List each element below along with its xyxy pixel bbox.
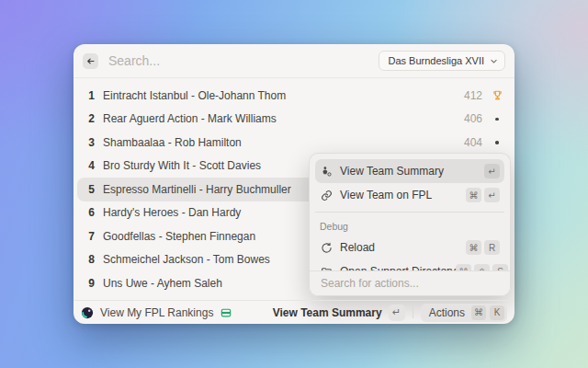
key-s: S [492, 264, 508, 270]
points: 412 [464, 89, 482, 102]
rank: 5 [85, 183, 95, 196]
actions-panel: View Team Summary ↵ View Team on FPL ⌘ ↵ [309, 153, 511, 296]
points: 406 [464, 112, 482, 125]
team-name: Rear Aguerd Action - Mark Williams [103, 112, 277, 125]
actions-panel-list: View Team Summary ↵ View Team on FPL ⌘ ↵ [310, 154, 510, 270]
league-dropdown[interactable]: Das Burndesliga XVII [379, 51, 505, 71]
search-input[interactable] [107, 52, 379, 69]
extension-icon [81, 306, 94, 319]
dot-icon [491, 118, 503, 121]
rank: 1 [85, 89, 95, 102]
actions-button-label: Actions [429, 306, 465, 319]
team-name: Uns Uwe - Ayhem Saleh [103, 277, 222, 290]
action-label: View Team Summary [340, 165, 484, 178]
key-return: ↵ [389, 305, 405, 321]
action-open-support-directory[interactable]: Open Support Directory ⌘ ⇧ S [315, 259, 504, 270]
action-view-team-on-fpl[interactable]: View Team on FPL ⌘ ↵ [315, 183, 504, 207]
desktop-background: Das Burndesliga XVII 1 Eintracht Istanbu… [0, 0, 588, 368]
key-r: R [484, 240, 500, 255]
league-dropdown-value: Das Burndesliga XVII [388, 55, 484, 66]
rank: 7 [85, 230, 95, 243]
team-name: Eintracht Istanbul - Ole-Johann Thom [103, 89, 286, 102]
key-k: K [490, 305, 504, 320]
rank: 4 [85, 159, 95, 172]
list-item[interactable]: 2 Rear Aguerd Action - Mark Williams 406 [77, 108, 511, 132]
list-item[interactable]: 1 Eintracht Istanbul - Ole-Johann Thom 4… [77, 84, 511, 108]
key-cmd: ⌘ [456, 264, 471, 270]
footer-command-label: View My FPL Rankings [100, 306, 213, 319]
actions-search [310, 270, 510, 295]
team-name: Hardy's Heroes - Dan Hardy [103, 206, 241, 219]
action-label: Reload [340, 241, 466, 254]
rankings-card-icon [220, 306, 232, 319]
team-name: Shambaalaa - Rob Hamilton [103, 136, 242, 149]
back-button[interactable] [83, 53, 98, 69]
team-name: Schmeichel Jackson - Tom Bowes [103, 253, 270, 266]
key-cmd: ⌘ [466, 240, 481, 255]
actions-search-input[interactable] [319, 276, 501, 291]
reload-icon [320, 241, 333, 254]
chevron-down-icon [490, 57, 498, 65]
footer-divider [413, 306, 413, 318]
points: 404 [464, 136, 482, 149]
key-cmd: ⌘ [466, 188, 481, 202]
action-label: View Team on FPL [340, 189, 466, 201]
team-summary-icon [320, 165, 333, 178]
action-view-team-summary[interactable]: View Team Summary ↵ [315, 159, 504, 183]
menu-divider [315, 212, 504, 213]
launcher-window: Das Burndesliga XVII 1 Eintracht Istanbu… [74, 44, 514, 324]
team-name: Bro Sturdy With It - Scott Davies [103, 159, 261, 172]
rank: 6 [85, 206, 95, 219]
list-item[interactable]: 3 Shambaalaa - Rob Hamilton 404 [77, 131, 511, 155]
rank: 8 [85, 253, 95, 266]
key-cmd: ⌘ [471, 305, 486, 320]
rank: 2 [85, 112, 95, 125]
header: Das Burndesliga XVII [74, 44, 514, 78]
key-shift: ⇧ [474, 264, 490, 270]
action-reload[interactable]: Reload ⌘ R [315, 236, 504, 259]
dot-icon [491, 141, 503, 144]
menu-section-title: Debug [315, 216, 504, 236]
team-name: Goodfellas - Stephen Finnegan [103, 230, 255, 243]
actions-button[interactable]: Actions ⌘ K [421, 304, 507, 322]
footer-primary-action[interactable]: View Team Summary [273, 306, 382, 319]
key-return: ↵ [484, 164, 500, 178]
key-return: ↵ [484, 188, 500, 202]
footer: View My FPL Rankings View Team Summary ↵… [74, 300, 514, 324]
team-name: Espresso Martinelli - Harry Buchmuller [103, 183, 291, 196]
back-arrow-icon [85, 56, 96, 66]
link-icon [320, 189, 333, 201]
trophy-icon [491, 89, 503, 101]
rank: 9 [85, 277, 95, 290]
rank: 3 [85, 136, 95, 149]
